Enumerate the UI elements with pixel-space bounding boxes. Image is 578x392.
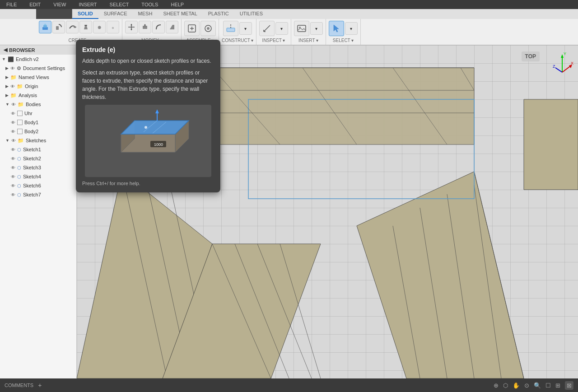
expand-triangle-bodies: ▼ bbox=[5, 102, 9, 107]
eye-icon-sketch1[interactable]: 👁 bbox=[11, 147, 15, 152]
modify-fillet-btn[interactable] bbox=[152, 21, 165, 33]
view-cube-icon[interactable]: ☐ bbox=[545, 382, 551, 389]
select-group: ▾ SELECT ▾ bbox=[326, 19, 361, 45]
menu-select[interactable]: SELECT bbox=[108, 1, 131, 8]
modify-chamfer-btn[interactable] bbox=[166, 21, 178, 33]
construct-more-btn[interactable]: ▾ bbox=[239, 22, 252, 35]
toolbar-tabs: DESIGN ▾ SOLID SURFACE MESH SHEET METAL … bbox=[0, 9, 578, 19]
sidebar-item-sketch2[interactable]: 👁 ⬡ Sketch2 bbox=[0, 154, 76, 163]
navigation-icon-pan[interactable]: ✋ bbox=[513, 382, 520, 389]
tab-sheet-metal[interactable]: SHEET METAL bbox=[158, 9, 202, 19]
browser-expand-icon[interactable]: ◀ bbox=[4, 47, 7, 53]
eye-icon-origin[interactable]: 👁 bbox=[10, 84, 15, 89]
menu-edit[interactable]: EDIT bbox=[28, 1, 42, 8]
eye-icon-sketch2[interactable]: 👁 bbox=[11, 156, 15, 161]
sketch-icon-6: ⬡ bbox=[17, 183, 21, 188]
eye-icon-body2[interactable]: 👁 bbox=[11, 129, 15, 134]
inspect-label-text: INSPECT bbox=[262, 38, 282, 43]
create-revolve-btn[interactable] bbox=[52, 21, 65, 33]
sidebar-item-uhr[interactable]: 👁 Uhr bbox=[0, 109, 76, 118]
svg-rect-3 bbox=[56, 26, 59, 30]
create-extrude-btn[interactable] bbox=[39, 21, 51, 33]
expand-triangle-root: ▼ bbox=[2, 57, 6, 61]
zoom-fit-icon[interactable]: ⊙ bbox=[524, 382, 529, 389]
sidebar-item-root[interactable]: ▼ ⬛ Endlich v2 bbox=[0, 55, 76, 64]
select-label[interactable]: SELECT ▾ bbox=[333, 38, 354, 43]
eye-icon-sketch6[interactable]: 👁 bbox=[11, 183, 15, 188]
sidebar-item-sketch3[interactable]: 👁 ⬡ Sketch3 bbox=[0, 163, 76, 172]
sidebar-item-named-views[interactable]: ▶ 📁 Named Views bbox=[0, 73, 76, 82]
eye-icon-sketch4[interactable]: 👁 bbox=[11, 174, 15, 179]
insert-image-btn[interactable] bbox=[294, 21, 309, 36]
modify-move-btn[interactable] bbox=[125, 21, 138, 33]
sidebar-item-sketch7[interactable]: 👁 ⬡ Sketch7 bbox=[0, 190, 76, 199]
menu-tools[interactable]: TOOLS bbox=[140, 1, 160, 8]
menu-view[interactable]: VIEW bbox=[51, 1, 68, 8]
select-caret-icon: ▾ bbox=[351, 38, 354, 43]
eye-icon-doc[interactable]: 👁 bbox=[10, 66, 15, 71]
create-rib-btn[interactable]: ⊕ bbox=[93, 21, 106, 33]
sketch-icon-2: ⬡ bbox=[17, 156, 21, 161]
tab-solid[interactable]: SOLID bbox=[72, 9, 98, 19]
menu-file[interactable]: FILE bbox=[5, 1, 19, 8]
sidebar-item-sketch6[interactable]: 👁 ⬡ Sketch6 bbox=[0, 181, 76, 190]
grid-icon[interactable]: ⊠ bbox=[565, 381, 573, 390]
insert-group: ▾ INSERT ▾ bbox=[291, 19, 326, 45]
select-btn[interactable] bbox=[329, 21, 344, 36]
insert-more-btn[interactable]: ▾ bbox=[310, 22, 323, 35]
sidebar-item-origin[interactable]: ▶ 👁 📁 Origin bbox=[0, 82, 76, 91]
eye-icon-sketch7[interactable]: 👁 bbox=[11, 192, 15, 197]
sidebar-item-sketches[interactable]: ▼ 👁 📁 Sketches bbox=[0, 136, 76, 145]
sidebar-item-analysis[interactable]: ▶ 📁 Analysis bbox=[0, 91, 76, 100]
construct-label[interactable]: CONSTRUCT ▾ bbox=[222, 38, 253, 43]
tab-surface[interactable]: SURFACE bbox=[98, 9, 133, 19]
sidebar-item-sketch1[interactable]: 👁 ⬡ Sketch1 bbox=[0, 145, 76, 154]
svg-marker-32 bbox=[357, 172, 524, 378]
inspect-measure-btn[interactable] bbox=[259, 21, 275, 36]
eye-icon-uhr[interactable]: 👁 bbox=[11, 111, 15, 116]
insert-label[interactable]: INSERT ▾ bbox=[298, 38, 318, 43]
sidebar-uhr-label: Uhr bbox=[24, 111, 33, 116]
construct-icons-row: ▾ bbox=[223, 21, 252, 36]
sidebar-analysis-label: Analysis bbox=[19, 93, 37, 98]
sidebar-item-body1[interactable]: 👁 Body1 bbox=[0, 118, 76, 127]
menu-insert[interactable]: INSERT bbox=[77, 1, 98, 8]
construct-offset-plane-btn[interactable] bbox=[223, 21, 238, 36]
sketch-icon-3: ⬡ bbox=[17, 165, 21, 170]
sidebar: ◀ BROWSER ▼ ⬛ Endlich v2 ▶ 👁 ⚙ Document … bbox=[0, 45, 77, 378]
assemble-joint-btn[interactable] bbox=[200, 21, 216, 36]
tab-mesh[interactable]: MESH bbox=[133, 9, 158, 19]
sidebar-item-body2[interactable]: 👁 Body2 bbox=[0, 127, 76, 136]
tab-plastic[interactable]: PLASTIC bbox=[203, 9, 234, 19]
select-more-btn[interactable]: ▾ bbox=[345, 22, 358, 35]
create-more-btn[interactable]: ⬦ bbox=[107, 21, 119, 33]
menu-help[interactable]: HELP bbox=[169, 1, 186, 8]
svg-rect-14 bbox=[227, 28, 235, 32]
sidebar-item-bodies[interactable]: ▼ 👁 📁 Bodies bbox=[0, 100, 76, 109]
expand-triangle-origin: ▶ bbox=[5, 84, 9, 89]
display-mode-icon[interactable]: ⊞ bbox=[555, 382, 560, 389]
sidebar-item-sketch4[interactable]: 👁 ⬡ Sketch4 bbox=[0, 172, 76, 181]
inspect-group: ▾ INSPECT ▾ bbox=[256, 19, 291, 45]
tab-utilities[interactable]: UTILITIES bbox=[234, 9, 268, 19]
sidebar-header: ◀ BROWSER bbox=[0, 45, 76, 55]
zoom-icon[interactable]: 🔍 bbox=[534, 382, 541, 389]
create-loft-btn[interactable] bbox=[79, 21, 92, 33]
sketch-icon-1: ⬡ bbox=[17, 147, 21, 152]
navigation-icon-orbit[interactable]: ⬡ bbox=[503, 382, 508, 389]
sidebar-item-doc-settings[interactable]: ▶ 👁 ⚙ Document Settings bbox=[0, 64, 76, 73]
add-comment-btn[interactable]: + bbox=[38, 382, 42, 389]
modify-press-btn[interactable] bbox=[139, 21, 151, 33]
navigation-icon-move[interactable]: ⊕ bbox=[494, 382, 499, 389]
inspect-label[interactable]: INSPECT ▾ bbox=[262, 38, 285, 43]
svg-point-13 bbox=[207, 27, 210, 30]
create-sweep-btn[interactable] bbox=[66, 21, 79, 33]
eye-icon-sketch3[interactable]: 👁 bbox=[11, 165, 15, 170]
assemble-new-component-btn[interactable] bbox=[184, 21, 200, 36]
inspect-more-btn[interactable]: ▾ bbox=[275, 22, 288, 35]
svg-rect-1 bbox=[43, 25, 47, 28]
create-icons-row: ⊕ ⬦ bbox=[39, 21, 119, 33]
eye-icon-body1[interactable]: 👁 bbox=[11, 120, 15, 125]
eye-icon-bodies[interactable]: 👁 bbox=[11, 102, 16, 107]
eye-icon-sketches[interactable]: 👁 bbox=[11, 138, 16, 143]
